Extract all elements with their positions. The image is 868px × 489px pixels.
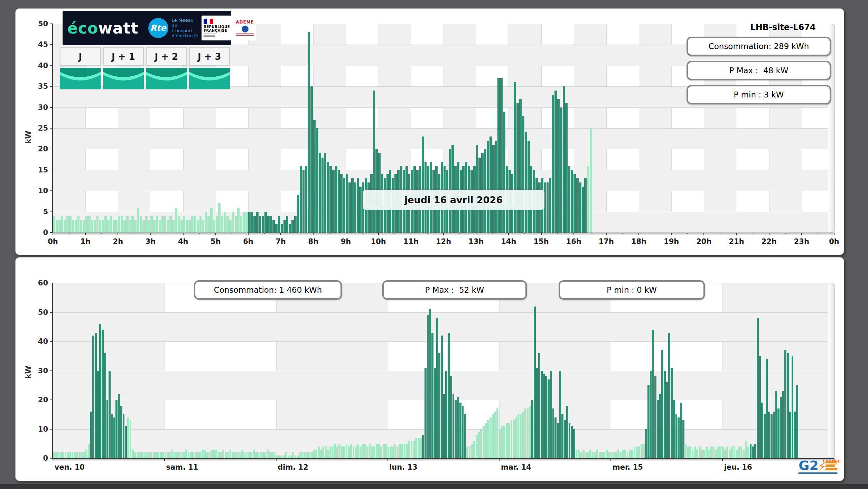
bar (169, 216, 172, 233)
bar (61, 216, 64, 233)
bar (719, 446, 721, 458)
bar (129, 220, 131, 233)
bar (260, 452, 262, 458)
bar (715, 450, 717, 458)
bar (485, 423, 487, 458)
bar (571, 170, 573, 233)
bar (211, 450, 213, 458)
bar (176, 452, 178, 458)
bar (150, 452, 152, 458)
weekly-chart-plot[interactable]: 0102030405060ven. 10sam. 11dim. 12lun. 1… (52, 283, 834, 459)
bar (745, 441, 747, 458)
bar (75, 220, 77, 233)
forecast-tile-label: J (60, 47, 101, 66)
bar (357, 178, 359, 233)
bar (246, 452, 248, 458)
bar (534, 307, 536, 458)
bar (536, 368, 538, 458)
ademe-logo: ADEME (233, 20, 254, 36)
bar (682, 420, 684, 458)
bar (283, 220, 286, 233)
bar (552, 95, 554, 233)
bar (97, 371, 99, 459)
forecast-tile-j-plus-1[interactable]: J + 1 (103, 47, 144, 89)
bar (80, 220, 82, 233)
forecast-tile-j-plus-3[interactable]: J + 3 (189, 47, 230, 89)
forecast-tile-j-plus-2[interactable]: J + 2 (146, 47, 187, 89)
bar (689, 446, 691, 458)
bar (167, 452, 169, 458)
bar (576, 178, 579, 233)
bar (271, 452, 273, 458)
bar (560, 107, 562, 233)
x-day-label: ven. 10 (55, 463, 85, 471)
bar (192, 452, 194, 458)
bar (525, 132, 527, 233)
bar (338, 170, 340, 233)
bar (420, 438, 422, 458)
bar (659, 394, 661, 458)
bar (647, 385, 650, 458)
bar (88, 444, 90, 458)
bar (164, 216, 167, 233)
bar (230, 450, 232, 458)
bar (243, 452, 245, 458)
bar (139, 452, 141, 458)
republique-line2: FRANÇAISE (204, 29, 230, 32)
bar (91, 220, 93, 233)
bar (301, 452, 304, 458)
bar (554, 417, 557, 458)
bar (429, 309, 431, 458)
bar (418, 438, 420, 458)
bar (503, 426, 505, 458)
bar (351, 178, 354, 233)
bar (734, 446, 736, 458)
bar (290, 455, 292, 458)
bar (554, 91, 557, 233)
green-signal-gauge-icon (189, 68, 230, 89)
bar (178, 452, 180, 458)
bar (141, 452, 143, 458)
forecast-tile-j[interactable]: J (60, 47, 101, 89)
bar (194, 216, 196, 233)
bar (550, 371, 552, 459)
bar (118, 394, 120, 458)
bar (594, 452, 596, 458)
bar (222, 450, 224, 458)
bar (190, 452, 192, 458)
bar (615, 452, 617, 458)
bar (487, 420, 489, 458)
x-tick-label: 9h (341, 237, 351, 246)
bar (369, 444, 371, 458)
bar (415, 438, 417, 458)
daily-chart-vertical-scrollbar[interactable] (828, 24, 835, 233)
bar (243, 212, 245, 233)
bar (104, 353, 106, 458)
bar (515, 417, 517, 458)
energy-dashboard: 051015202530354045500h1h2h3h4h5h6h7h8h9h… (0, 0, 868, 489)
bar (766, 359, 768, 458)
bar (592, 452, 594, 458)
bar (245, 212, 248, 233)
bar (457, 397, 459, 458)
bar (522, 412, 524, 458)
bar (796, 385, 798, 458)
weekly-chart-vertical-scrollbar[interactable] (828, 283, 835, 458)
bar (262, 216, 264, 233)
bar (289, 224, 291, 233)
bar (436, 318, 438, 458)
bar (346, 174, 348, 233)
ademe-name: ADEME (236, 20, 254, 25)
bar (568, 166, 570, 233)
bar (218, 452, 220, 458)
bar (132, 450, 134, 458)
bar (773, 412, 775, 458)
y-tick-label: 45 (38, 40, 48, 49)
bar (638, 446, 640, 458)
bar (422, 435, 424, 458)
bar (624, 450, 626, 458)
bar (167, 220, 169, 233)
bar (362, 444, 364, 458)
bar (782, 391, 784, 458)
bar (255, 452, 257, 458)
